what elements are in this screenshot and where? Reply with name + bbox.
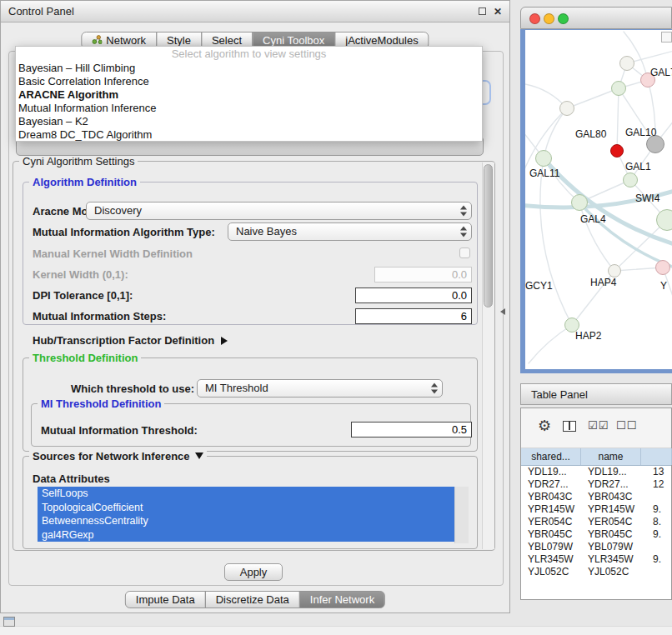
algorithm-option[interactable]: Bayesian – K2 bbox=[16, 115, 482, 128]
manual-kernel-label: Manual Kernel Width Definition bbox=[33, 248, 193, 260]
gear-icon[interactable]: ⚙ bbox=[538, 417, 551, 435]
table-row[interactable]: YJL052CYJL052C bbox=[521, 566, 671, 578]
attribute-list-scrollbar[interactable] bbox=[454, 487, 469, 543]
kernel-width-input[interactable] bbox=[374, 267, 472, 282]
network-node[interactable] bbox=[608, 264, 621, 278]
table-row[interactable]: YPR145WYPR145W9. bbox=[521, 503, 671, 516]
network-node-label: HAP2 bbox=[575, 330, 601, 342]
deselect-all-checkboxes-icon[interactable]: ☐☐ bbox=[616, 419, 637, 432]
network-node[interactable] bbox=[559, 101, 574, 116]
data-attribute-list[interactable]: SelfLoopsTopologicalCoefficientBetweenne… bbox=[38, 487, 469, 543]
attribute-list-item[interactable]: SelfLoops bbox=[38, 487, 454, 501]
network-node-label: GAL11 bbox=[529, 168, 559, 179]
network-node[interactable] bbox=[535, 150, 552, 167]
columns-icon[interactable] bbox=[563, 421, 576, 432]
mi-type-combo[interactable]: Naive Bayes bbox=[228, 222, 472, 241]
network-node-label: GAL10 bbox=[625, 127, 656, 138]
chevron-down-icon bbox=[195, 452, 203, 459]
dpi-tolerance-input[interactable] bbox=[355, 288, 472, 303]
mac-minimize-button[interactable] bbox=[544, 13, 554, 24]
table-cell: YLR345W bbox=[521, 553, 581, 566]
mi-steps-input[interactable] bbox=[355, 308, 472, 324]
algorithm-dropdown[interactable]: Select algorithm to view settingsBayesia… bbox=[15, 46, 483, 142]
algorithm-option[interactable]: Bayesian – Hill Climbing bbox=[16, 62, 482, 75]
mi-steps-label: Mutual Information Steps: bbox=[33, 310, 166, 322]
float-window-icon[interactable] bbox=[479, 8, 486, 15]
table-panel-title: Table Panel bbox=[531, 388, 588, 401]
algorithm-option[interactable]: Basic Correlation Inference bbox=[16, 75, 482, 88]
table-cell: YJL052C bbox=[581, 566, 641, 578]
table-cell: YBL079W bbox=[581, 541, 641, 553]
table-cell: YPR145W bbox=[521, 503, 581, 516]
sources-toggle[interactable]: Sources for Network Inference bbox=[29, 450, 207, 462]
table-cell: YBR045C bbox=[581, 528, 641, 541]
select-all-checkboxes-icon[interactable]: ☑☑ bbox=[588, 419, 609, 432]
tab-label: Impute Data bbox=[136, 592, 195, 608]
cyni-settings-title: Cyni Algorithm Settings bbox=[19, 155, 138, 168]
bottom-tab-infer-network[interactable]: Infer Network bbox=[299, 591, 385, 608]
dropdown-prompt: Select algorithm to view settings bbox=[16, 47, 482, 62]
apply-button[interactable]: Apply bbox=[224, 563, 283, 581]
mac-close-button[interactable] bbox=[529, 13, 540, 24]
table-panel-titlebar[interactable]: Table Panel bbox=[520, 383, 672, 405]
splitter-collapse-arrow[interactable] bbox=[500, 308, 505, 315]
network-edge[interactable] bbox=[529, 325, 572, 363]
table-row[interactable]: YBL079WYBL079W bbox=[521, 541, 671, 553]
network-edge[interactable] bbox=[567, 88, 619, 108]
birdseye-toggle[interactable] bbox=[661, 32, 672, 42]
table-toolbar: ⚙ ☑☑ ☐☐ bbox=[521, 408, 671, 448]
attribute-list-item[interactable]: gal4RGexp bbox=[38, 528, 454, 542]
mac-zoom-button[interactable] bbox=[558, 13, 569, 24]
network-node[interactable] bbox=[610, 144, 624, 158]
minimized-panel-icon[interactable] bbox=[3, 617, 15, 627]
network-node[interactable] bbox=[655, 260, 670, 275]
network-node[interactable] bbox=[571, 194, 588, 211]
table-row[interactable]: YDL19...YDL19...13 bbox=[521, 466, 671, 478]
network-node-label: HAP4 bbox=[590, 277, 616, 288]
table-cell: YLR345W bbox=[581, 553, 641, 566]
network-edge[interactable] bbox=[617, 88, 619, 151]
table-row[interactable]: YLR345WYLR345W9. bbox=[521, 553, 671, 566]
chevron-right-icon bbox=[221, 337, 228, 345]
bottom-tab-impute-data[interactable]: Impute Data bbox=[125, 591, 206, 608]
table-column-header[interactable]: name bbox=[581, 448, 641, 465]
table-row[interactable]: YDR27...YDR27...12 bbox=[521, 478, 671, 491]
network-canvas[interactable]: GAL7GAL80GAL10GAL11GAL1SWI4GAL4GCY1HAP4Y… bbox=[525, 30, 672, 369]
network-node[interactable] bbox=[611, 81, 626, 96]
aracne-mode-value: Discovery bbox=[94, 204, 142, 217]
table-cell: YJL052C bbox=[521, 566, 581, 578]
manual-kernel-checkbox[interactable] bbox=[459, 248, 470, 258]
aracne-mode-combo[interactable]: Discovery bbox=[86, 202, 472, 220]
attribute-list-item[interactable]: BetweennessCentrality bbox=[38, 514, 454, 528]
table-row[interactable]: YBR045CYBR045C9. bbox=[521, 528, 671, 541]
network-node[interactable] bbox=[619, 56, 634, 71]
table-row[interactable]: YBR043CYBR043C bbox=[521, 491, 671, 503]
table-cell: YDR27... bbox=[581, 478, 641, 491]
threshold-definition-title: Threshold Definition bbox=[29, 352, 141, 364]
table-row[interactable]: YER054CYER054C8. bbox=[521, 516, 671, 528]
network-window-frame: GAL7GAL80GAL10GAL11GAL1SWI4GAL4GCY1HAP4Y… bbox=[520, 29, 672, 373]
screen: Control Panel ✕ NetworkStyleSelectCyni T… bbox=[0, 0, 672, 635]
network-node-label: Y bbox=[660, 280, 667, 292]
attribute-list-item[interactable]: TopologicalCoefficient bbox=[38, 501, 454, 515]
which-threshold-combo[interactable]: MI Threshold bbox=[197, 379, 443, 398]
algorithm-option[interactable]: Dream8 DC_TDC Algorithm bbox=[16, 128, 482, 142]
close-icon[interactable]: ✕ bbox=[494, 5, 502, 18]
columns-icon-divider bbox=[569, 422, 570, 430]
table-column-header[interactable] bbox=[641, 448, 672, 465]
sources-title: Sources for Network Inference bbox=[33, 450, 190, 462]
table-column-header[interactable]: shared... bbox=[521, 448, 581, 465]
settings-scrollbar-thumb[interactable] bbox=[484, 164, 493, 308]
minimized-panel-icon-bar bbox=[4, 618, 14, 620]
network-window-titlebar[interactable] bbox=[520, 7, 672, 29]
algorithm-option[interactable]: ARACNE Algorithm bbox=[16, 88, 482, 102]
network-node[interactable] bbox=[623, 172, 638, 188]
settings-scrollbar[interactable] bbox=[482, 162, 494, 549]
bottom-tab-discretize-data[interactable]: Discretize Data bbox=[205, 591, 300, 608]
hub-definition-toggle[interactable]: Hub/Transcription Factor Definition bbox=[33, 334, 228, 347]
network-node[interactable] bbox=[656, 209, 672, 231]
mi-threshold-input[interactable] bbox=[351, 422, 472, 438]
table-cell: YDR27... bbox=[521, 478, 581, 491]
algorithm-option[interactable]: Mutual Information Inference bbox=[16, 102, 482, 115]
algorithm-definition-title: Algorithm Definition bbox=[29, 176, 140, 188]
